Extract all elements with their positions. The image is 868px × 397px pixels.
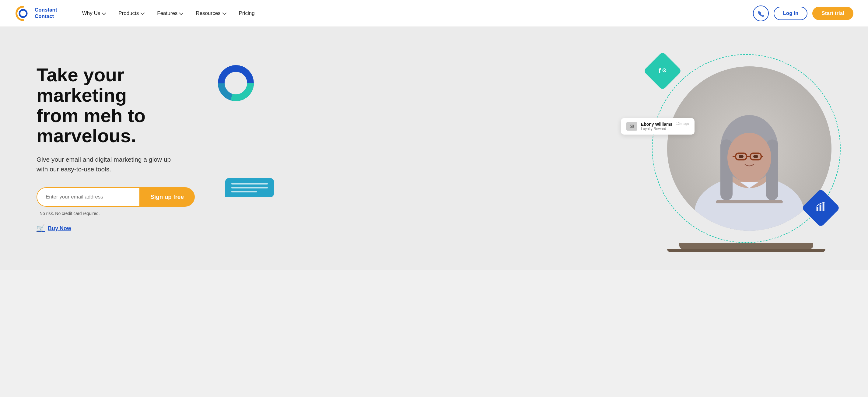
nav-pricing[interactable]: Pricing <box>232 8 261 19</box>
svg-rect-22 <box>816 207 818 211</box>
donut-chart <box>216 63 256 103</box>
chevron-down-icon <box>222 11 226 15</box>
login-button[interactable]: Log in <box>774 7 807 20</box>
chat-bubble <box>225 178 274 197</box>
logo-icon <box>14 5 32 22</box>
start-trial-button[interactable]: Start trial <box>812 7 854 20</box>
email-input[interactable] <box>36 187 140 207</box>
main-nav: Why Us Products Features Resources Prici… <box>75 8 753 19</box>
nav-features[interactable]: Features <box>150 8 189 19</box>
facebook-icon: f <box>659 67 661 75</box>
signup-button[interactable]: Sign up free <box>140 187 195 207</box>
svg-rect-24 <box>823 203 825 211</box>
no-risk-text: No risk. No credit card required. <box>39 211 195 216</box>
svg-rect-17 <box>716 200 783 203</box>
email-envelope-icon: ✉ <box>626 122 637 131</box>
buy-now-link[interactable]: 🛒 Buy Now <box>36 224 195 232</box>
logo-text-line2: Contact <box>35 13 57 20</box>
chat-line-3 <box>231 191 257 192</box>
nav-resources[interactable]: Resources <box>189 8 232 19</box>
hero-illustration: f ⊙ ✉ Ebony Williams Loyalty Reward 12m … <box>207 45 844 252</box>
svg-point-21 <box>225 72 247 94</box>
email-sender-name: Ebony Williams <box>641 122 672 127</box>
chat-line-2 <box>231 187 268 188</box>
chevron-down-icon <box>102 11 106 15</box>
svg-point-9 <box>727 133 771 183</box>
social-media-badge: f ⊙ <box>643 52 682 90</box>
svg-rect-23 <box>819 205 822 211</box>
chart-icon <box>815 202 826 215</box>
cart-icon: 🛒 <box>36 224 45 232</box>
phone-icon <box>757 10 764 17</box>
logo-text-line1: Constant <box>35 7 57 13</box>
email-timestamp: 12m ago <box>676 122 689 125</box>
header-actions: Log in Start trial <box>753 5 854 21</box>
email-notification-card: ✉ Ebony Williams Loyalty Reward 12m ago <box>621 118 694 134</box>
svg-point-16 <box>753 155 758 158</box>
logo[interactable]: Constant Contact <box>14 5 57 22</box>
signup-form: Sign up free <box>36 187 195 207</box>
laptop <box>667 243 826 252</box>
chevron-down-icon <box>179 11 184 15</box>
hero-title: Take your marketing from meh to marvelou… <box>36 65 195 147</box>
hero-content: Take your marketing from meh to marvelou… <box>36 65 195 233</box>
chevron-down-icon <box>141 11 145 15</box>
email-card-content: Ebony Williams Loyalty Reward <box>641 122 672 131</box>
hero-section: Take your marketing from meh to marvelou… <box>0 27 868 270</box>
hero-subtitle: Give your email and digital marketing a … <box>36 155 195 174</box>
email-subject: Loyalty Reward <box>641 127 672 131</box>
instagram-icon: ⊙ <box>662 67 666 75</box>
nav-products[interactable]: Products <box>112 8 150 19</box>
chat-line-1 <box>231 183 268 184</box>
phone-button[interactable] <box>753 5 769 21</box>
svg-point-15 <box>739 155 744 158</box>
nav-why-us[interactable]: Why Us <box>75 8 112 19</box>
header: Constant Contact Why Us Products Feature… <box>0 0 868 27</box>
